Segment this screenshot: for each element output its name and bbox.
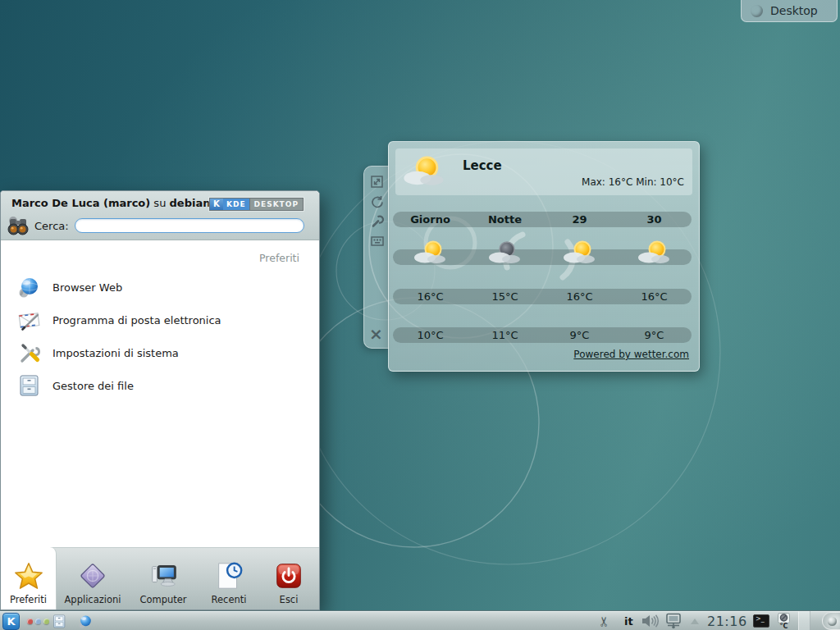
menu-item-email[interactable]: Programma di posta elettronica	[1, 304, 319, 336]
weather-tray-label: °C	[780, 623, 788, 630]
sun-cloud-icon	[393, 234, 468, 272]
file-manager-icon	[17, 373, 42, 398]
weather-column-headers: Giorno Notte 29 30	[393, 212, 692, 227]
widget-handle: ×	[363, 166, 389, 349]
menu-item-label: Gestore dei file	[52, 380, 134, 392]
tab-label: Recenti	[212, 594, 247, 605]
file-manager-launcher[interactable]	[52, 611, 67, 630]
keyboard-layout-indicator[interactable]: it	[624, 611, 633, 630]
network-tray-icon[interactable]	[664, 611, 685, 630]
configure-icon[interactable]	[370, 214, 385, 229]
pager-widget[interactable]	[798, 611, 810, 630]
up-arrow-icon	[691, 619, 699, 624]
kde-gear-icon: K	[210, 199, 223, 210]
sun-cloud-icon	[617, 234, 692, 272]
sun-cloud-icon	[542, 234, 617, 272]
application-launcher-button[interactable]: K	[2, 611, 20, 630]
weather-widget: Lecce Max: 16°C Min: 10°C Giorno Notte 2…	[388, 141, 700, 372]
folder-view-icon	[751, 5, 763, 17]
desktop-background: Desktop × Lecce Max: 16°C Min: 10°C	[0, 0, 840, 630]
tab-esci[interactable]: Esci	[260, 548, 317, 609]
browser-launcher[interactable]	[78, 611, 94, 630]
star-icon	[13, 560, 44, 591]
klipper-tray-icon[interactable]: ✂	[599, 611, 609, 630]
network-monitor-icon	[664, 613, 685, 629]
kickoff-header: Marco De Luca (marco) su debian K KDE DE…	[1, 191, 319, 240]
konqueror-globe-icon	[78, 614, 94, 629]
keyboard-layout-label: it	[624, 615, 633, 628]
weather-condition-icons	[393, 234, 692, 272]
terminal-icon: >_	[753, 614, 769, 628]
blue-dot-icon	[35, 619, 41, 624]
quicklaunch-dots[interactable]	[27, 611, 52, 630]
terminal-tray-icon[interactable]: >_	[753, 611, 769, 630]
close-icon[interactable]: ×	[369, 326, 383, 341]
weather-low-temps: 10°C 11°C 9°C 9°C	[393, 327, 692, 343]
temp-value: 16°C	[617, 290, 692, 303]
temp-value: 16°C	[542, 290, 617, 303]
tab-applicazioni[interactable]: Applicazioni	[57, 548, 129, 609]
web-browser-icon	[17, 275, 42, 299]
folder-view-header[interactable]: Desktop	[741, 0, 838, 22]
badge-kde-label: KDE	[223, 199, 249, 210]
shortcuts-icon[interactable]	[370, 234, 385, 249]
menu-item-label: Impostazioni di sistema	[52, 347, 179, 359]
user-name: Marco De Luca (marco)	[11, 197, 150, 209]
tab-label: Applicazioni	[65, 594, 121, 605]
tab-preferiti[interactable]: Preferiti	[1, 547, 57, 609]
computer-icon	[148, 560, 179, 591]
temp-value: 10°C	[393, 329, 468, 341]
pager-desktop-cell	[798, 611, 810, 630]
weather-city: Lecce	[463, 158, 502, 173]
tab-computer[interactable]: Computer	[129, 548, 198, 609]
no-data-icon	[778, 613, 790, 623]
weather-col-label: Giorno	[393, 213, 468, 226]
panel-toolbox-cashew-icon[interactable]	[822, 612, 840, 630]
menu-item-label: Browser Web	[52, 281, 122, 294]
binoculars-icon	[6, 213, 30, 238]
sun-cloud-icon	[402, 153, 446, 191]
weather-tray-icon[interactable]: °C	[778, 611, 790, 630]
scissors-icon: ✂	[596, 615, 612, 626]
kde-menu-icon: K	[2, 613, 20, 630]
red-dot-icon	[27, 619, 33, 624]
temp-value: 16°C	[393, 290, 468, 303]
weather-col-label: 29	[542, 213, 617, 226]
volume-tray-icon[interactable]	[641, 611, 660, 630]
temp-value: 15°C	[468, 290, 542, 303]
weather-header: Lecce Max: 16°C Min: 10°C	[395, 148, 692, 195]
favorites-section-header: Preferiti	[1, 241, 319, 271]
su-word: su	[153, 197, 166, 209]
tab-recenti[interactable]: Recenti	[198, 548, 260, 609]
badge-desktop-label: DESKTOP	[249, 199, 303, 210]
folder-view-label: Desktop	[770, 4, 818, 17]
search-input[interactable]	[75, 218, 304, 233]
weather-credit-link[interactable]: Powered by wetter.com	[573, 349, 689, 360]
weather-high-temps: 16°C 15°C 16°C 16°C	[393, 289, 692, 304]
kickoff-menu: Marco De Luca (marco) su debian K KDE DE…	[0, 190, 320, 610]
temp-value: 11°C	[468, 329, 542, 341]
menu-item-browser-web[interactable]: Browser Web	[1, 271, 319, 304]
digital-clock[interactable]: 21:16	[707, 611, 747, 630]
tray-expander-button[interactable]	[691, 611, 699, 630]
host-name: debian	[170, 197, 211, 209]
menu-item-system-settings[interactable]: Impostazioni di sistema	[1, 336, 319, 369]
temp-value: 9°C	[542, 329, 617, 341]
kde-desktop-badge: K KDE DESKTOP	[209, 198, 304, 211]
weather-col-label: 30	[617, 213, 692, 226]
menu-item-file-manager[interactable]: Gestore dei file	[1, 369, 319, 402]
cloudy-night-icon	[468, 234, 542, 272]
email-icon	[17, 308, 42, 332]
bottom-panel: K ✂ it	[0, 610, 840, 630]
search-label: Cerca:	[34, 220, 69, 232]
resize-icon[interactable]	[370, 175, 385, 189]
file-manager-icon	[52, 614, 67, 629]
temp-value: 9°C	[617, 329, 692, 341]
tab-label: Computer	[139, 594, 186, 605]
tab-label: Esci	[280, 594, 299, 605]
menu-item-label: Programma di posta elettronica	[52, 314, 221, 326]
speaker-icon	[641, 614, 660, 628]
kickoff-favorites-view: Preferiti Browser Web	[1, 241, 319, 547]
tab-label: Preferiti	[10, 594, 47, 605]
rotate-icon[interactable]	[370, 194, 385, 209]
